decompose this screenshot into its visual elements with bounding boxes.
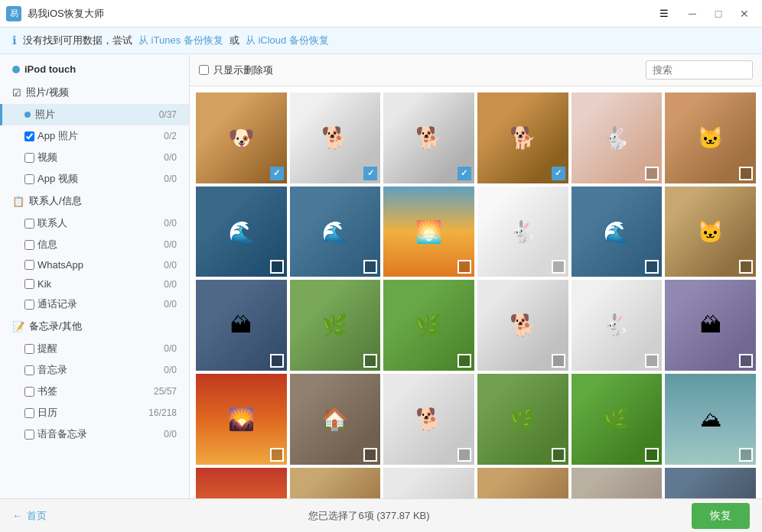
show-deleted-checkbox[interactable]	[199, 65, 209, 75]
close-button[interactable]: ✕	[733, 3, 756, 24]
sidebar-item-photos[interactable]: 照片 0/37	[0, 104, 189, 125]
photo-checkbox[interactable]	[270, 167, 284, 180]
sidebar-item-call-history[interactable]: 通话记录 0/0	[0, 294, 189, 315]
restore-button[interactable]: 恢复	[692, 503, 750, 529]
photo-checkbox[interactable]	[270, 448, 284, 462]
section-photos-videos[interactable]: ☑ 照片/视频	[0, 81, 189, 104]
photo-checkbox[interactable]	[458, 448, 471, 462]
photo-checkbox[interactable]	[363, 354, 377, 368]
videos-checkbox[interactable]	[24, 153, 34, 163]
bookmarks-checkbox[interactable]	[24, 387, 34, 397]
sidebar-item-videos[interactable]: 视频 0/0	[0, 147, 189, 168]
photo-checkbox[interactable]	[645, 448, 659, 462]
sidebar-item-bookmarks[interactable]: 书签 25/57	[0, 381, 189, 402]
home-button[interactable]: ← 首页	[12, 509, 47, 523]
section-icon-contacts: 📋	[12, 196, 24, 207]
reminders-checkbox[interactable]	[24, 344, 34, 354]
photo-checkbox[interactable]	[645, 260, 659, 274]
photo-cell[interactable]: 🏔	[665, 468, 756, 498]
calendar-checkbox[interactable]	[24, 408, 34, 418]
sidebar-item-messages[interactable]: 信息 0/0	[0, 234, 189, 255]
sidebar-item-app-photos[interactable]: App 照片 0/2	[0, 125, 189, 147]
photo-cell[interactable]: 🐕	[383, 92, 474, 183]
photo-cell[interactable]: 🐕	[383, 374, 474, 465]
photo-cell[interactable]: 🏠	[290, 374, 381, 465]
section-notes-other[interactable]: 📝 备忘录/其他	[0, 315, 189, 338]
photo-checkbox[interactable]	[552, 167, 565, 180]
photo-cell[interactable]: ⛰	[665, 374, 756, 465]
info-text-prefix: 没有找到可用数据，尝试	[23, 34, 132, 47]
photo-cell[interactable]: 🌅	[383, 187, 474, 277]
sidebar-item-reminders[interactable]: 提醒 0/0	[0, 338, 189, 359]
itunes-backup-link[interactable]: 从 iTunes 备份恢复	[138, 34, 223, 47]
photo-cell[interactable]: 🐇	[572, 280, 663, 371]
photo-checkbox[interactable]	[739, 260, 753, 274]
photo-checkbox[interactable]	[458, 354, 471, 368]
call-history-checkbox[interactable]	[24, 300, 34, 310]
app-videos-checkbox[interactable]	[24, 174, 34, 184]
photo-thumbnail: 🌄	[196, 468, 287, 498]
photo-checkbox[interactable]	[645, 167, 659, 180]
photo-cell[interactable]: 🐕	[477, 92, 568, 183]
photo-checkbox[interactable]	[739, 354, 753, 368]
icloud-backup-link[interactable]: 从 iCloud 备份恢复	[246, 34, 329, 47]
voice-memos-checkbox[interactable]	[24, 365, 34, 375]
photo-cell[interactable]: 🏔	[665, 280, 756, 371]
app-photos-checkbox[interactable]	[24, 131, 34, 141]
maximize-button[interactable]: □	[707, 3, 730, 24]
minimize-button[interactable]: ─	[681, 3, 704, 24]
photo-cell[interactable]: 🌊	[290, 187, 381, 277]
photo-cell[interactable]: 🌿	[383, 280, 474, 371]
sidebar-item-app-videos[interactable]: App 视频 0/0	[0, 168, 189, 190]
photo-cell[interactable]: 🐕	[290, 92, 381, 183]
sidebar-item-whatsapp[interactable]: WhatsApp 0/0	[0, 255, 189, 274]
photo-checkbox[interactable]	[458, 260, 471, 274]
photo-checkbox[interactable]	[552, 260, 565, 274]
photo-cell[interactable]: 🏔	[196, 280, 287, 371]
photo-checkbox[interactable]	[270, 260, 284, 274]
sidebar-item-kik[interactable]: Kik 0/0	[0, 274, 189, 294]
sidebar-item-voice-memos[interactable]: 音忘录 0/0	[0, 359, 189, 381]
photo-cell[interactable]: 🐶	[196, 92, 287, 183]
sidebar-item-voice-notes[interactable]: 语音备忘录 0/0	[0, 423, 189, 445]
menu-button[interactable]: ☰	[650, 3, 678, 24]
show-deleted-label[interactable]: 只显示删除项	[199, 63, 273, 77]
photo-checkbox[interactable]	[739, 167, 753, 180]
kik-checkbox[interactable]	[24, 279, 34, 289]
messages-checkbox[interactable]	[24, 240, 34, 250]
photo-checkbox[interactable]	[552, 354, 565, 368]
photo-cell[interactable]: 🐶	[477, 468, 568, 498]
voice-notes-checkbox[interactable]	[24, 430, 34, 440]
photo-cell[interactable]: 🌿	[572, 374, 663, 465]
photo-cell[interactable]: 🐱	[665, 92, 756, 183]
photo-cell[interactable]: 🐕	[290, 468, 381, 498]
contacts-checkbox[interactable]	[24, 219, 34, 229]
sidebar-item-calendar[interactable]: 日历 16/218	[0, 402, 189, 423]
photo-checkbox[interactable]	[458, 167, 471, 180]
photo-checkbox[interactable]	[363, 448, 377, 462]
search-input[interactable]	[646, 60, 753, 79]
photo-cell[interactable]: 🐕	[477, 280, 568, 371]
photo-cell[interactable]: 🐇	[477, 187, 568, 277]
photo-cell[interactable]: 🌊	[572, 187, 663, 277]
photo-cell[interactable]: 🌿	[477, 374, 568, 465]
photo-cell[interactable]: 🌿	[290, 280, 381, 371]
sidebar-item-contacts[interactable]: 联系人 0/0	[0, 212, 189, 234]
section-icon-photos: ☑	[12, 87, 21, 99]
photo-cell[interactable]: 🐱	[572, 468, 663, 498]
photo-cell[interactable]: 🌄	[196, 374, 287, 465]
photo-checkbox[interactable]	[739, 448, 753, 462]
photo-cell[interactable]: 🐕	[383, 468, 474, 498]
photo-cell[interactable]: 🌊	[196, 187, 287, 277]
section-contacts-info[interactable]: 📋 联系人/信息	[0, 190, 189, 212]
photo-cell[interactable]: 🐱	[665, 187, 756, 277]
photo-checkbox[interactable]	[363, 260, 377, 274]
photo-cell[interactable]: 🌄	[196, 468, 287, 498]
photo-checkbox[interactable]	[270, 354, 284, 368]
photo-cell[interactable]: 🐇	[572, 92, 663, 183]
photo-checkbox[interactable]	[552, 448, 565, 462]
photo-checkbox[interactable]	[645, 354, 659, 368]
section-icon-notes: 📝	[12, 321, 24, 332]
photo-checkbox[interactable]	[363, 167, 377, 180]
whatsapp-checkbox[interactable]	[24, 260, 34, 270]
